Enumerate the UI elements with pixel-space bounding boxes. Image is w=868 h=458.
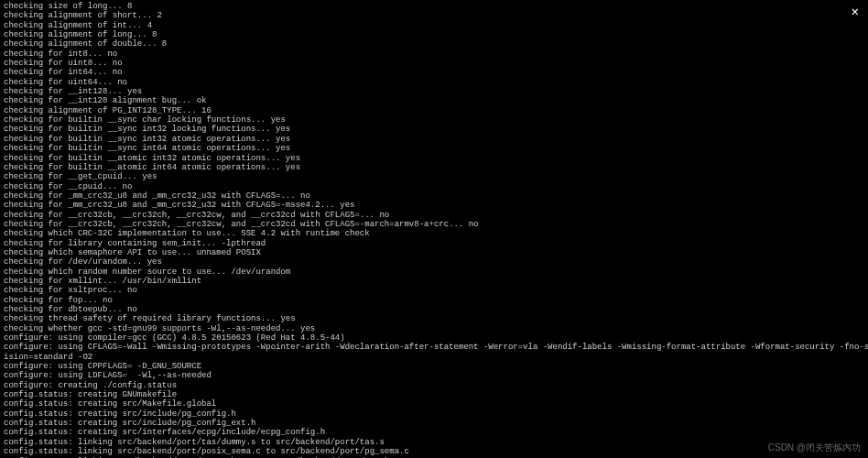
terminal-line: configure: using compiler=gcc (GCC) 4.8.… <box>4 333 864 343</box>
terminal-line: checking for builtin __atomic int64 atom… <box>4 163 864 172</box>
terminal-line: checking alignment of long... 8 <box>4 30 864 39</box>
terminal-line: checking for builtin __sync int32 lockin… <box>4 125 864 134</box>
terminal-line: checking for __get_cpuid... yes <box>4 172 864 181</box>
terminal-line: configure: using CPPFLAGS= -D_GNU_SOURCE <box>4 362 864 371</box>
terminal-line: checking for xmllint... /usr/bin/xmllint <box>4 277 864 286</box>
terminal-line: configure: using LDFLAGS= -Wl,--as-neede… <box>4 371 864 380</box>
terminal-line: checking for builtin __sync char locking… <box>4 115 864 125</box>
terminal-line: config.status: creating GNUmakefile <box>4 390 864 399</box>
terminal-line: checking for __crc32cb, __crc32ch, __crc… <box>4 220 864 229</box>
terminal-line: checking for __int128 alignment bug... o… <box>4 96 864 105</box>
close-icon[interactable]: ✕ <box>852 5 859 18</box>
terminal-line: checking size of long... 8 <box>4 2 864 11</box>
terminal-line: ision=standard -O2 <box>4 353 864 362</box>
terminal-line: configure: creating ./config.status <box>4 381 864 390</box>
terminal-line: config.status: creating src/include/pg_c… <box>4 409 864 419</box>
terminal-line: checking for /dev/urandom... yes <box>4 257 864 267</box>
terminal-line: checking for library containing sem_init… <box>4 239 864 248</box>
terminal-line: checking for _mm_crc32_u8 and _mm_crc32_… <box>4 191 864 201</box>
terminal-line: checking for builtin __sync int64 atomic… <box>4 144 864 153</box>
terminal-line: checking for __crc32cb, __crc32ch, __crc… <box>4 211 864 220</box>
terminal-line: checking for builtin __sync int32 atomic… <box>4 135 864 144</box>
terminal-line: checking for __int128... yes <box>4 87 864 96</box>
terminal-line: checking alignment of double... 8 <box>4 39 864 49</box>
terminal-line: checking for _mm_crc32_u8 and _mm_crc32_… <box>4 201 864 210</box>
terminal-line: checking which random number source to u… <box>4 267 864 277</box>
terminal-line: checking for int64... no <box>4 68 864 77</box>
terminal-line: checking for fop... no <box>4 296 864 305</box>
terminal-line: checking which semaphore API to use... u… <box>4 248 864 257</box>
terminal-line: checking for dbtoepub... no <box>4 305 864 314</box>
terminal-line: config.status: linking src/backend/port/… <box>4 447 864 456</box>
terminal-line: checking for builtin __atomic int32 atom… <box>4 154 864 163</box>
terminal-line: checking for __cpuid... no <box>4 182 864 191</box>
terminal-line: checking thread safety of required libra… <box>4 314 864 323</box>
terminal-output[interactable]: checking size of long... 8checking align… <box>0 0 868 458</box>
terminal-line: checking alignment of int... 4 <box>4 21 864 30</box>
terminal-line: config.status: creating src/include/pg_c… <box>4 419 864 428</box>
terminal-line: checking for int8... no <box>4 49 864 59</box>
terminal-line: config.status: linking src/backend/port/… <box>4 438 864 447</box>
terminal-line: checking for uint8... no <box>4 59 864 68</box>
terminal-line: configure: using CFLAGS=-Wall -Wmissing-… <box>4 343 864 352</box>
terminal-line: config.status: creating src/Makefile.glo… <box>4 399 864 409</box>
terminal-line: checking alignment of short... 2 <box>4 11 864 20</box>
terminal-line: config.status: creating src/interfaces/e… <box>4 428 864 437</box>
terminal-line: checking for xsltproc... no <box>4 286 864 295</box>
watermark-label: CSDN @闭关苦炼内功 <box>768 442 861 453</box>
terminal-line: checking for uint64... no <box>4 78 864 87</box>
terminal-line: checking whether gcc -std=gnu99 supports… <box>4 324 864 333</box>
terminal-line: checking which CRC-32C implementation to… <box>4 229 864 238</box>
terminal-line: checking alignment of PG_INT128_TYPE... … <box>4 106 864 115</box>
